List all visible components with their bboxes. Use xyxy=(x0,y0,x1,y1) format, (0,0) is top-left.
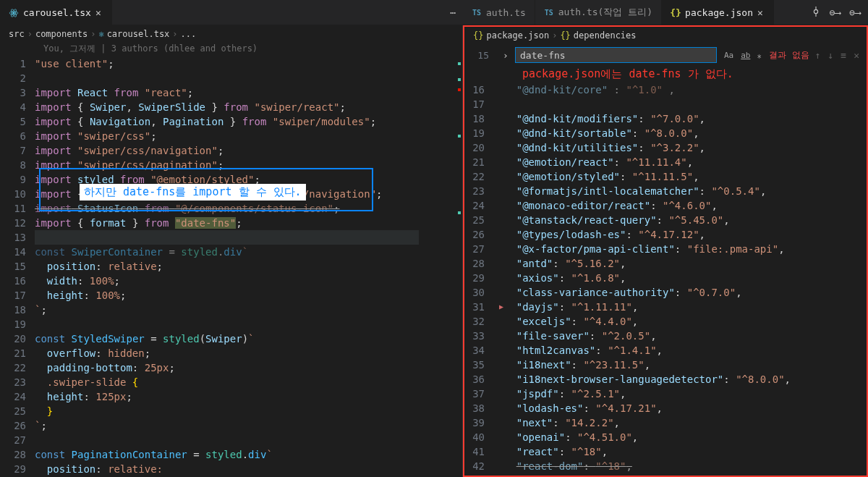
commit-icon[interactable] xyxy=(811,7,821,19)
minimap[interactable] xyxy=(419,56,462,477)
tab-label: auth.ts xyxy=(486,7,526,18)
tab-auth-working[interactable]: TS auth.ts(작업 트리) xyxy=(535,0,662,25)
close-search-icon[interactable]: ✕ xyxy=(854,50,859,61)
expand-replace-icon[interactable]: › xyxy=(502,50,509,61)
search-result-count: 결과 없음 xyxy=(769,49,809,62)
json-icon: {} xyxy=(671,7,681,17)
editor-pane-left: src› components› ⚛ carousel.tsx› ... You… xyxy=(0,25,463,477)
crumb[interactable]: dependencies xyxy=(574,30,637,41)
workspace: src› components› ⚛ carousel.tsx› ... You… xyxy=(0,25,868,477)
tab-carousel[interactable]: carousel.tsx ✕ xyxy=(0,0,112,25)
crumb[interactable]: package.json xyxy=(486,30,549,41)
editor-actions: ⊖⟶ ⊖⟶ xyxy=(804,7,868,19)
svg-point-4 xyxy=(814,9,817,13)
crumb[interactable]: components xyxy=(35,29,88,39)
svg-point-0 xyxy=(13,12,14,13)
tab-bar: carousel.tsx ✕ ⋯ TS auth.ts TS auth.ts(작… xyxy=(0,0,868,25)
code-editor-left[interactable]: 1234567891011121314151617181920212223242… xyxy=(0,56,462,477)
tab-label: carousel.tsx xyxy=(23,7,91,18)
editor-pane-right: {} package.json› {} dependencies 15 › Aa… xyxy=(463,25,868,477)
breadcrumbs-left[interactable]: src› components› ⚛ carousel.tsx› ... xyxy=(0,25,462,43)
crumb[interactable]: carousel.tsx xyxy=(107,29,170,39)
ts-icon: TS xyxy=(544,7,554,17)
ts-icon: TS xyxy=(472,7,482,17)
editor-find-widget: 15 › Aa ab ⁎ 결과 없음 ↑ ↓ ≡ ✕ xyxy=(464,44,867,66)
whole-word-icon[interactable]: ab xyxy=(739,50,752,61)
code-editor-right[interactable]: 16"@dnd-kit/core" : "^1.0" ,1718"@dnd-ki… xyxy=(464,83,867,476)
annotation-red: package.json에는 date-fns 가 없다. xyxy=(464,66,867,83)
line-number: 15 xyxy=(472,50,496,61)
tab-label: package.json xyxy=(685,7,753,18)
tab-auth[interactable]: TS auth.ts xyxy=(463,0,535,25)
braces-icon: {} xyxy=(560,30,570,41)
git-authors: You, 그저께 | 3 authors (dhlee and others) xyxy=(0,43,462,56)
tab-label: auth.ts(작업 트리) xyxy=(558,6,652,19)
prev-change-icon[interactable]: ⊖⟶ xyxy=(830,7,841,18)
crumb[interactable]: src xyxy=(9,29,25,39)
find-in-selection-icon[interactable]: ≡ xyxy=(841,50,846,61)
breadcrumbs-right[interactable]: {} package.json› {} dependencies xyxy=(464,27,867,44)
match-case-icon[interactable]: Aa xyxy=(723,50,735,61)
close-icon[interactable]: ✕ xyxy=(95,7,103,18)
tab-package-json[interactable]: {} package.json ✕ xyxy=(662,0,774,25)
regex-icon[interactable]: ⁎ xyxy=(756,50,763,61)
prev-match-icon[interactable]: ↑ xyxy=(815,50,821,61)
search-input[interactable] xyxy=(515,47,717,63)
next-change-icon[interactable]: ⊖⟶ xyxy=(849,7,861,18)
json-icon: {} xyxy=(473,30,483,41)
react-icon: ⚛ xyxy=(98,29,103,39)
next-match-icon[interactable]: ↓ xyxy=(828,50,834,61)
annotation-blue: 하지만 date-fns를 import 할 수 있다. xyxy=(80,184,306,200)
more-dots-icon[interactable]: ⋯ xyxy=(443,7,463,18)
search-options: Aa ab ⁎ xyxy=(723,50,764,61)
react-icon xyxy=(9,8,19,18)
crumb[interactable]: ... xyxy=(181,29,197,39)
close-icon[interactable]: ✕ xyxy=(757,7,765,18)
